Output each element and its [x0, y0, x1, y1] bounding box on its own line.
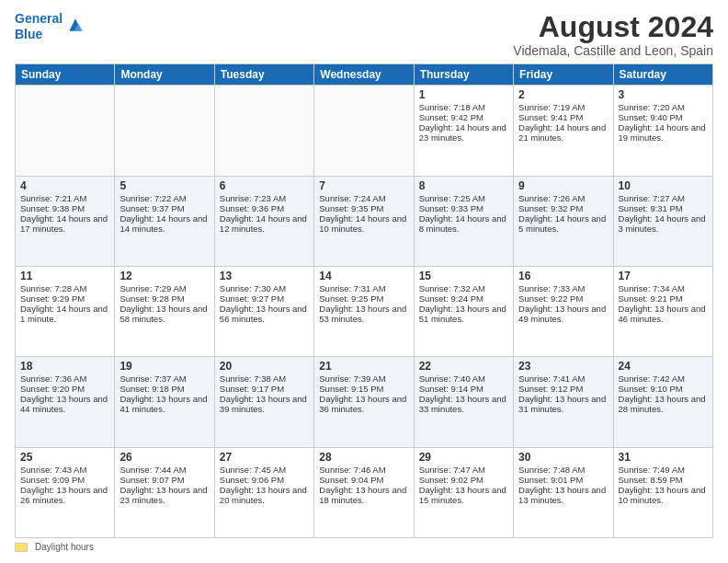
calendar-cell	[16, 86, 115, 176]
day-number: 24	[619, 360, 708, 373]
calendar-cell: 25Sunrise: 7:43 AMSunset: 9:09 PMDayligh…	[16, 447, 115, 537]
day-info: Sunset: 9:38 PM	[20, 203, 109, 213]
calendar-cell: 7Sunrise: 7:24 AMSunset: 9:35 PMDaylight…	[314, 176, 414, 266]
day-info: Sunset: 9:06 PM	[220, 475, 309, 485]
calendar-cell: 1Sunrise: 7:18 AMSunset: 9:42 PMDaylight…	[414, 86, 513, 176]
day-number: 21	[319, 360, 408, 373]
logo-text: GeneralBlue	[15, 11, 63, 42]
logo: GeneralBlue	[15, 11, 85, 42]
day-number: 12	[119, 270, 209, 282]
day-number: 31	[619, 451, 708, 464]
day-info: Daylight: 14 hours and 8 minutes.	[419, 213, 508, 234]
calendar-cell: 2Sunrise: 7:19 AMSunset: 9:41 PMDaylight…	[514, 86, 613, 176]
day-number: 7	[319, 179, 408, 192]
day-info: Sunrise: 7:21 AM	[20, 193, 109, 203]
calendar-header-row: SundayMondayTuesdayWednesdayThursdayFrid…	[16, 64, 713, 86]
day-info: Daylight: 13 hours and 39 minutes.	[220, 394, 309, 414]
day-info: Sunrise: 7:34 AM	[619, 283, 708, 293]
day-number: 2	[518, 88, 608, 101]
calendar-cell	[214, 86, 313, 176]
day-info: Sunrise: 7:39 AM	[319, 373, 408, 384]
calendar-week-row: 11Sunrise: 7:28 AMSunset: 9:29 PMDayligh…	[16, 266, 713, 356]
calendar-cell: 28Sunrise: 7:46 AMSunset: 9:04 PMDayligh…	[314, 447, 414, 537]
day-info: Sunset: 8:59 PM	[619, 475, 708, 485]
day-info: Sunset: 9:31 PM	[619, 203, 708, 213]
day-number: 10	[619, 179, 708, 192]
day-info: Daylight: 14 hours and 17 minutes.	[20, 213, 109, 234]
day-info: Daylight: 14 hours and 10 minutes.	[319, 213, 408, 234]
day-info: Daylight: 13 hours and 51 minutes.	[419, 304, 508, 324]
calendar-cell: 23Sunrise: 7:41 AMSunset: 9:12 PMDayligh…	[514, 357, 613, 447]
day-info: Sunrise: 7:26 AM	[518, 193, 608, 203]
day-info: Daylight: 13 hours and 10 minutes.	[619, 485, 708, 505]
calendar-day-header: Friday	[514, 64, 613, 86]
calendar-cell: 5Sunrise: 7:22 AMSunset: 9:37 PMDaylight…	[115, 176, 214, 266]
calendar-day-header: Monday	[115, 64, 214, 86]
day-info: Sunset: 9:36 PM	[220, 203, 309, 213]
calendar-cell: 21Sunrise: 7:39 AMSunset: 9:15 PMDayligh…	[314, 357, 414, 447]
subtitle: Videmala, Castille and Leon, Spain	[513, 43, 713, 58]
day-info: Daylight: 13 hours and 58 minutes.	[119, 304, 209, 324]
day-info: Sunrise: 7:40 AM	[419, 373, 508, 384]
day-info: Sunrise: 7:22 AM	[119, 193, 209, 203]
day-info: Sunrise: 7:48 AM	[518, 465, 608, 475]
day-number: 3	[619, 88, 708, 101]
day-info: Sunrise: 7:33 AM	[518, 283, 608, 293]
day-info: Daylight: 13 hours and 56 minutes.	[220, 304, 309, 324]
day-number: 9	[518, 179, 608, 192]
calendar-cell	[115, 86, 214, 176]
day-info: Daylight: 13 hours and 33 minutes.	[419, 394, 508, 414]
day-info: Sunset: 9:27 PM	[220, 293, 309, 304]
day-number: 4	[20, 179, 109, 192]
day-info: Sunset: 9:28 PM	[119, 293, 209, 304]
footer: Daylight hours	[15, 542, 713, 552]
day-info: Daylight: 14 hours and 19 minutes.	[619, 122, 708, 143]
calendar-week-row: 4Sunrise: 7:21 AMSunset: 9:38 PMDaylight…	[16, 176, 713, 266]
day-number: 8	[419, 179, 508, 192]
day-info: Sunset: 9:32 PM	[518, 203, 608, 213]
calendar-week-row: 18Sunrise: 7:36 AMSunset: 9:20 PMDayligh…	[16, 357, 713, 447]
calendar-cell: 20Sunrise: 7:38 AMSunset: 9:17 PMDayligh…	[214, 357, 313, 447]
calendar-day-header: Sunday	[16, 64, 115, 86]
day-info: Daylight: 13 hours and 26 minutes.	[20, 485, 109, 505]
day-info: Sunset: 9:24 PM	[419, 293, 508, 304]
calendar-cell: 14Sunrise: 7:31 AMSunset: 9:25 PMDayligh…	[314, 266, 414, 356]
day-number: 28	[319, 451, 408, 464]
day-info: Sunset: 9:12 PM	[518, 384, 608, 394]
day-number: 16	[518, 270, 608, 282]
day-number: 29	[419, 451, 508, 464]
day-info: Sunrise: 7:23 AM	[220, 193, 309, 203]
day-number: 25	[20, 451, 109, 464]
day-info: Sunrise: 7:43 AM	[20, 465, 109, 475]
calendar-cell: 16Sunrise: 7:33 AMSunset: 9:22 PMDayligh…	[514, 266, 613, 356]
day-number: 30	[518, 451, 608, 464]
day-info: Daylight: 13 hours and 46 minutes.	[619, 304, 708, 324]
day-number: 5	[119, 179, 209, 192]
day-info: Sunrise: 7:46 AM	[319, 465, 408, 475]
calendar-day-header: Wednesday	[314, 64, 414, 86]
day-info: Daylight: 14 hours and 12 minutes.	[220, 213, 309, 234]
day-info: Daylight: 13 hours and 49 minutes.	[518, 304, 608, 324]
header: GeneralBlue August 2024 Videmala, Castil…	[15, 11, 713, 58]
calendar-cell: 9Sunrise: 7:26 AMSunset: 9:32 PMDaylight…	[514, 176, 613, 266]
day-info: Sunrise: 7:24 AM	[319, 193, 408, 203]
day-info: Sunset: 9:04 PM	[319, 475, 408, 485]
day-info: Daylight: 13 hours and 28 minutes.	[619, 394, 708, 414]
calendar-cell: 6Sunrise: 7:23 AMSunset: 9:36 PMDaylight…	[214, 176, 313, 266]
day-number: 14	[319, 270, 408, 282]
day-number: 11	[20, 270, 109, 282]
day-info: Sunrise: 7:25 AM	[419, 193, 508, 203]
calendar-cell: 11Sunrise: 7:28 AMSunset: 9:29 PMDayligh…	[16, 266, 115, 356]
day-number: 13	[220, 270, 309, 282]
day-info: Sunset: 9:20 PM	[20, 384, 109, 394]
day-info: Sunset: 9:10 PM	[619, 384, 708, 394]
day-number: 23	[518, 360, 608, 373]
day-info: Sunset: 9:40 PM	[619, 112, 708, 122]
day-number: 20	[220, 360, 309, 373]
day-info: Sunset: 9:15 PM	[319, 384, 408, 394]
day-info: Sunrise: 7:45 AM	[220, 465, 309, 475]
day-number: 27	[220, 451, 309, 464]
day-info: Sunset: 9:09 PM	[20, 475, 109, 485]
calendar-cell: 17Sunrise: 7:34 AMSunset: 9:21 PMDayligh…	[613, 266, 712, 356]
day-info: Sunrise: 7:18 AM	[419, 102, 508, 112]
